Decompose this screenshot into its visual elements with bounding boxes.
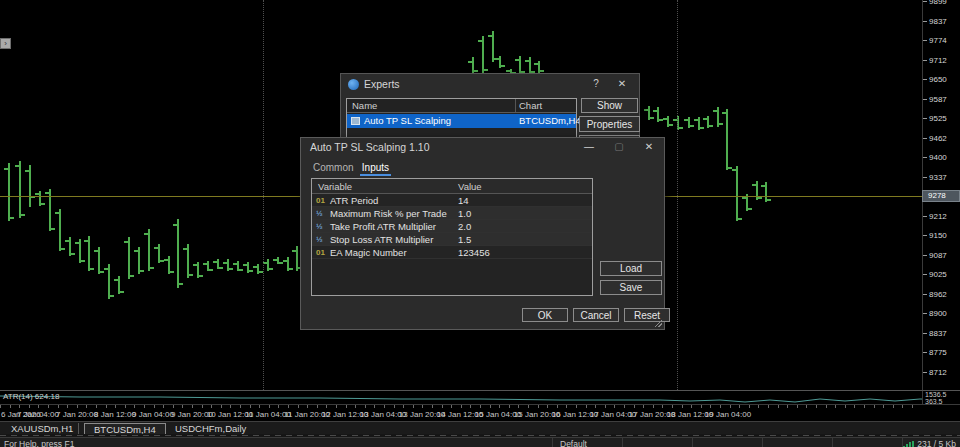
close-tick [484, 69, 488, 71]
maximize-icon[interactable]: ▢ [608, 140, 630, 154]
close-tick [738, 218, 742, 220]
open-tick [154, 247, 158, 249]
params-dialog-title: Auto TP SL Scalping 1.10 [310, 141, 429, 153]
input-row[interactable]: 01EA Magic Number123456 [312, 246, 592, 259]
status-divider [832, 438, 833, 447]
int-type-icon: 01 [316, 248, 325, 257]
price-axis-label: 9337 [923, 173, 960, 182]
open-tick [114, 279, 118, 281]
price-bar [736, 166, 738, 221]
open-tick [45, 192, 49, 194]
open-tick [742, 197, 746, 199]
column-header-chart[interactable]: Chart [519, 100, 542, 111]
open-tick [495, 58, 499, 60]
input-value[interactable]: 123456 [458, 247, 490, 258]
inputs-table-header[interactable]: Variable Value [312, 179, 592, 194]
cancel-button[interactable]: Cancel [573, 308, 619, 322]
status-divider [622, 438, 623, 447]
close-tick [540, 70, 544, 72]
close-icon[interactable]: ✕ [611, 77, 633, 91]
column-header-name[interactable]: Name [352, 100, 377, 111]
status-profile[interactable]: Default [560, 439, 587, 447]
price-bar [482, 36, 484, 73]
open-tick [124, 241, 128, 243]
close-tick [719, 123, 723, 125]
price-axis[interactable]: 9899983797749712965095879525946294009337… [922, 0, 960, 404]
close-tick [150, 267, 154, 269]
open-tick [292, 250, 296, 252]
price-axis-label: 8837 [923, 329, 960, 338]
price-axis-label: 8775 [923, 348, 960, 357]
atr-indicator-pane[interactable]: ATR(14) 624.18 [0, 391, 922, 404]
price-bar [98, 247, 100, 274]
input-value[interactable]: 2.0 [458, 221, 471, 232]
close-tick [130, 275, 134, 277]
close-tick [10, 217, 14, 219]
open-tick [223, 262, 227, 264]
minimize-icon[interactable]: — [578, 140, 600, 154]
price-axis-label: 9650 [923, 75, 960, 84]
close-tick [269, 268, 273, 270]
reset-button[interactable]: Reset [624, 308, 670, 322]
column-header-value[interactable]: Value [458, 181, 482, 192]
input-row[interactable]: 01ATR Period14 [312, 194, 592, 207]
open-tick [644, 109, 648, 111]
atr-line-chart [0, 391, 922, 404]
atr-line [0, 396, 922, 402]
input-row[interactable]: ½Maximum Risk % per Trade1.0 [312, 207, 592, 220]
open-tick [663, 118, 667, 120]
input-value[interactable]: 14 [458, 195, 469, 206]
time-axis[interactable]: 6 Jan 20267 Jan 04:007 Jan 20:008 Jan 12… [0, 404, 960, 421]
help-button[interactable]: ? [585, 77, 607, 91]
close-tick [61, 248, 65, 250]
params-dialog-titlebar[interactable]: Auto TP SL Scalping 1.10 — ▢ ✕ [301, 138, 664, 157]
time-axis-label: 19 Jan 04:00 [705, 410, 751, 419]
input-variable-name: ATR Period [330, 195, 378, 206]
show-button[interactable]: Show [581, 98, 638, 113]
properties-button[interactable]: Properties [579, 116, 640, 132]
price-bar [187, 244, 189, 278]
tab-common[interactable]: Common [309, 160, 358, 175]
save-button[interactable]: Save [600, 280, 662, 295]
terminal-window: › 98999837977497129650958795259462940093… [0, 0, 960, 447]
input-row[interactable]: ½Take Profit ATR Multiplier2.0 [312, 220, 592, 233]
open-tick [94, 250, 98, 252]
experts-list-header[interactable]: Name Chart [347, 99, 576, 113]
price-axis-label: 9899 [923, 0, 960, 6]
price-axis-label: 9525 [923, 114, 960, 123]
status-bar: For Help, press F1 Default 231 / 5 Kb [0, 437, 960, 447]
input-row[interactable]: ½Stop Loss ATR Multiplier1.5 [312, 233, 592, 246]
open-tick [703, 118, 707, 120]
price-axis-label: 9400 [923, 153, 960, 162]
close-tick [199, 275, 203, 277]
close-tick [189, 274, 193, 276]
resize-grip[interactable] [655, 320, 662, 327]
time-axis-label: 9 Jan 04:00 [132, 410, 174, 419]
ok-button[interactable]: OK [522, 308, 568, 322]
one-click-trading-button[interactable]: › [0, 38, 11, 49]
price-bar [148, 229, 150, 271]
input-value[interactable]: 1.0 [458, 208, 471, 219]
input-value[interactable]: 1.5 [458, 234, 471, 245]
close-tick [51, 228, 55, 230]
int-type-icon: 01 [316, 196, 325, 205]
column-header-variable[interactable]: Variable [318, 181, 352, 192]
close-tick [690, 125, 694, 127]
time-axis-label: 7 Jan 20:00 [56, 410, 98, 419]
close-tick [249, 270, 253, 272]
load-button[interactable]: Load [600, 261, 662, 276]
open-tick [104, 268, 108, 270]
open-tick [193, 264, 197, 266]
expert-row[interactable]: Auto TP SL ScalpingBTCUSDm,H4 [347, 114, 576, 128]
open-tick [75, 242, 79, 244]
open-tick [534, 63, 538, 65]
close-icon[interactable]: ✕ [638, 140, 660, 154]
experts-dialog-titlebar[interactable]: Experts ? ✕ [341, 74, 639, 94]
tab-inputs[interactable]: Inputs [358, 160, 393, 175]
close-tick [41, 203, 45, 205]
price-bar [128, 237, 130, 279]
status-divider [552, 438, 553, 447]
open-tick [478, 40, 482, 42]
connection-status: 231 / 5 Kb [903, 439, 956, 447]
close-tick [650, 117, 654, 119]
